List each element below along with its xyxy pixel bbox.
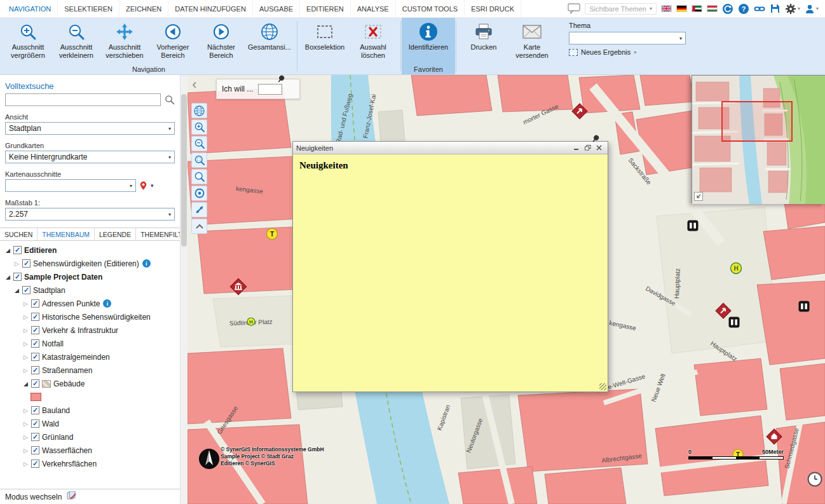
tree-label[interactable]: Verkehr & Infrastruktur — [42, 326, 118, 335]
tree-label[interactable]: Grünland — [42, 433, 73, 442]
info-icon[interactable]: i — [103, 299, 111, 308]
tool-ausschnitt-verschieben[interactable]: Ausschnitt verschieben — [100, 20, 149, 65]
tool-ausschnitt-vergroessern[interactable]: Ausschnitt vergrößern — [4, 20, 52, 65]
transit-stop-marker[interactable]: H — [731, 263, 742, 274]
layer-checkbox[interactable]: ✓ — [13, 273, 22, 281]
map-zoom-in-button[interactable] — [191, 119, 207, 135]
poi-sight-icon[interactable] — [729, 317, 740, 328]
layer-checkbox[interactable]: ✓ — [31, 366, 39, 374]
tool-boxselektion[interactable]: Boxselektion — [301, 20, 349, 65]
expand-toggle-icon[interactable]: ▷ — [22, 447, 30, 454]
sidebar-scrollbar[interactable] — [180, 75, 188, 504]
tool-naechster-bereich[interactable]: Nächster Bereich — [197, 20, 245, 65]
menu-item-esri-druck[interactable]: ESRI DRUCK — [465, 0, 521, 17]
layer-checkbox[interactable]: ✓ — [31, 313, 39, 321]
help-icon[interactable]: ? — [738, 3, 749, 15]
map-toolbar-collapse-button[interactable] — [191, 219, 207, 234]
flag-uk-icon[interactable] — [661, 5, 672, 12]
tab-legende[interactable]: LEGENDE — [95, 228, 136, 240]
window-titlebar[interactable]: Neuigkeiten — [293, 142, 608, 154]
poi-sight-icon[interactable] — [799, 301, 810, 312]
expand-toggle-icon[interactable]: ▷ — [22, 367, 30, 374]
tool-vorheriger-bereich[interactable]: Vorheriger Bereich — [149, 20, 197, 65]
tree-label[interactable]: Sehenswürdigkeiten (Editieren) — [33, 259, 139, 268]
tree-label[interactable]: Straßennamen — [42, 366, 92, 375]
collapse-toggle-icon[interactable]: ◢ — [13, 287, 21, 294]
expand-toggle-icon[interactable]: ▷ — [22, 407, 30, 414]
tree-label[interactable]: Sample Project Daten — [24, 273, 102, 282]
expand-toggle-icon[interactable]: ▷ — [22, 354, 30, 360]
transit-stop-marker[interactable]: H — [247, 318, 255, 325]
extent-rectangle[interactable] — [721, 101, 793, 142]
tree-label[interactable]: Wald — [42, 419, 59, 428]
switch-mode-button[interactable]: Modus wechseln — [0, 489, 180, 504]
menu-item-navigation[interactable]: NAVIGATION — [3, 0, 58, 17]
tab-themenfilter[interactable]: THEMENFILTER — [136, 228, 180, 240]
menu-item-analyse[interactable]: ANALYSE — [351, 0, 396, 17]
collapse-toggle-icon[interactable]: ◢ — [22, 381, 30, 387]
map-pin-icon[interactable] — [139, 181, 147, 191]
menu-item-ausgabe[interactable]: AUSGABE — [253, 0, 300, 17]
tab-suchen[interactable]: SUCHEN — [0, 228, 38, 240]
layer-checkbox[interactable]: ✓ — [31, 379, 39, 388]
layer-checkbox[interactable]: ✓ — [31, 460, 39, 468]
save-icon[interactable] — [770, 3, 781, 14]
layer-checkbox[interactable]: ✓ — [22, 259, 31, 268]
clock-icon[interactable] — [807, 472, 822, 489]
neues-ergebnis-dropdown[interactable]: Neues Ergebnis▾ — [569, 48, 686, 56]
chevron-down-icon[interactable]: ▾ — [151, 182, 154, 189]
tree-label[interactable]: Editieren — [24, 246, 57, 255]
flag-hu-icon[interactable] — [707, 5, 718, 12]
expand-toggle-icon[interactable]: ▷ — [22, 421, 30, 427]
tool-ausschnitt-verkleinern[interactable]: Ausschnitt verkleinern — [52, 20, 100, 65]
refresh-icon[interactable] — [722, 3, 733, 15]
tree-label[interactable]: Adressen Punkte — [42, 299, 100, 308]
grundkarten-select[interactable]: Keine Hintergrundkarte▾ — [5, 151, 175, 163]
menu-item-daten-hinzufuegen[interactable]: DATEN HINZUFÜGEN — [168, 0, 253, 17]
sichtbare-themen-dropdown[interactable]: Sichtbare Themen▾ — [585, 3, 657, 15]
layer-checkbox[interactable]: ✓ — [31, 406, 39, 414]
search-icon[interactable] — [165, 95, 175, 105]
collapse-toggle-icon[interactable]: ◢ — [4, 247, 12, 254]
thema-select[interactable]: ▾ — [569, 32, 686, 44]
map-zoom-out-button[interactable] — [191, 136, 207, 151]
link-icon[interactable] — [754, 3, 765, 15]
menu-item-custom-tools[interactable]: CUSTOM TOOLS — [396, 0, 465, 17]
expand-toggle-icon[interactable]: ▷ — [22, 434, 30, 440]
info-icon[interactable]: i — [142, 259, 151, 268]
overview-collapse-button[interactable] — [694, 192, 703, 201]
layer-checkbox[interactable]: ✓ — [31, 419, 39, 428]
tab-themenbaum[interactable]: THEMENBAUM — [38, 228, 95, 240]
tool-drucken[interactable]: Drucken — [460, 20, 508, 65]
map-center-button[interactable] — [191, 186, 207, 201]
scrollbar-thumb[interactable] — [181, 94, 187, 247]
layer-checkbox[interactable]: ✓ — [13, 246, 22, 254]
gear-icon[interactable]: ▾ — [785, 3, 800, 15]
tool-gesamtansi[interactable]: Gesamtansi... — [245, 20, 294, 65]
tree-label[interactable]: Stadtplan — [33, 286, 65, 295]
taxi-stand-marker[interactable]: T — [267, 229, 278, 240]
layer-checkbox[interactable]: ✓ — [31, 299, 39, 308]
layer-checkbox[interactable]: ✓ — [31, 326, 39, 334]
expand-toggle-icon[interactable]: ▷ — [22, 341, 30, 347]
map-zoom-window-button[interactable] — [191, 153, 207, 168]
menu-item-selektieren[interactable]: SELEKTIEREN — [58, 0, 119, 17]
layer-checkbox[interactable]: ✓ — [31, 353, 39, 361]
panel-collapse-button[interactable]: ‹ — [189, 78, 200, 92]
map-zoom-free-button[interactable] — [191, 169, 207, 184]
tree-label[interactable]: Verkehrsflächen — [42, 460, 97, 468]
restore-icon[interactable] — [583, 144, 593, 153]
menu-item-editieren[interactable]: EDITIEREN — [300, 0, 351, 17]
tree-label[interactable]: Katastralgemeinden — [42, 353, 110, 362]
expand-toggle-icon[interactable]: ▷ — [22, 461, 30, 467]
minimize-icon[interactable] — [571, 144, 582, 153]
layer-checkbox[interactable]: ✓ — [31, 433, 39, 441]
tool-karte-versenden[interactable]: Karte versenden — [508, 20, 556, 65]
tree-label[interactable]: Historische Sehenswürdigkeiten — [42, 313, 151, 322]
tool-auswahl-loeschen[interactable]: Auswahl löschen — [349, 20, 397, 65]
close-icon[interactable] — [594, 144, 604, 153]
tree-label[interactable]: Notfall — [42, 339, 64, 348]
collapse-toggle-icon[interactable]: ◢ — [4, 274, 12, 280]
map-globe-button[interactable] — [191, 103, 207, 118]
flag-de-icon[interactable] — [676, 5, 687, 12]
